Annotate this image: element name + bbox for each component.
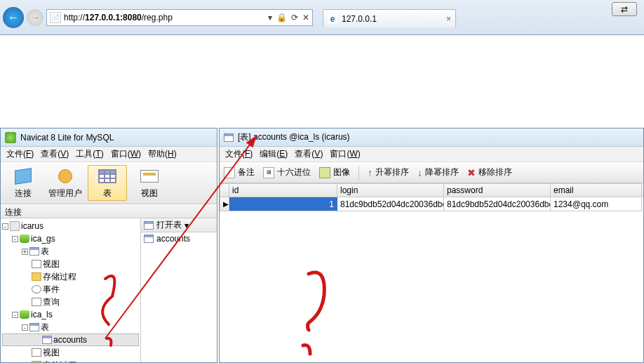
browser-tab[interactable]: e 127.0.0.1 × (323, 9, 456, 27)
tmenu-edit[interactable]: 编辑(E) (257, 147, 290, 161)
tt-image[interactable]: 图像 (319, 166, 350, 178)
tree-server[interactable]: -icarus (2, 220, 139, 232)
grid-header: id login password email (220, 183, 643, 197)
table-toolbar: 备注 ⊞十六进位 图像 ↑升幂排序 ↓降幂排序 ✖移除排序 (220, 162, 643, 183)
table-window-title: [表] accounts @ica_ls (icarus) (238, 131, 350, 143)
open-table-icon (144, 221, 154, 230)
navicat-icon (5, 132, 16, 143)
tmenu-file[interactable]: 文件(F) (222, 147, 255, 161)
open-table-dropdown-icon[interactable]: ▾ (185, 220, 189, 230)
url-text: http://127.0.0.1:8080/reg.php (64, 13, 265, 22)
tree-node-procs[interactable]: 存储过程 (2, 270, 139, 283)
navicat-titlebar[interactable]: Navicat 8 Lite for MySQL (1, 128, 217, 147)
tree-db-ica-gs[interactable]: -ica_gs (2, 232, 139, 245)
tree-node-events[interactable]: 事件 (2, 283, 139, 296)
tab-close-icon[interactable]: × (446, 14, 451, 24)
menu-tools[interactable]: 工具(T) (73, 147, 106, 161)
tree-node-procs-2[interactable]: 存储过程 (2, 359, 139, 362)
tree-node-tables[interactable]: +表 (2, 245, 139, 258)
cell-email[interactable]: 1234@qq.com (551, 197, 642, 211)
sort-desc-icon: ↓ (417, 167, 422, 178)
tb-table[interactable]: 表 (88, 165, 127, 201)
address-bar[interactable]: 📄 http://127.0.0.1:8080/reg.php ▾ 🔒 ⟳ ✕ (46, 9, 313, 26)
table-window: [表] accounts @ica_ls (icarus) 文件(F) 编辑(E… (219, 128, 644, 363)
menu-help[interactable]: 帮助(H) (145, 147, 180, 161)
table-window-icon (224, 133, 234, 142)
tree-db-ica-ls[interactable]: -ica_ls (2, 308, 139, 321)
navicat-window: Navicat 8 Lite for MySQL 文件(F) 查看(V) 工具(… (0, 128, 217, 363)
menu-window[interactable]: 窗口(W) (108, 147, 144, 161)
tree-node-queries[interactable]: 查询 (2, 296, 139, 308)
tab-title: 127.0.0.1 (342, 14, 377, 24)
menu-view[interactable]: 查看(V) (38, 147, 72, 161)
tree-node-views-2[interactable]: 视图 (2, 346, 139, 359)
tt-memo[interactable]: 备注 (224, 166, 255, 178)
navicat-menubar: 文件(F) 查看(V) 工具(T) 窗口(W) 帮助(H) (1, 147, 217, 162)
navicat-title: Navicat 8 Lite for MySQL (20, 133, 114, 143)
stop-icon[interactable]: ✕ (302, 13, 309, 22)
tree-table-accounts[interactable]: accounts (2, 334, 139, 346)
tb-manage-user[interactable]: 管理用户 (46, 165, 85, 201)
table-menubar: 文件(F) 编辑(E) 查看(V) 窗口(W) (220, 147, 643, 162)
col-password[interactable]: password (444, 183, 551, 197)
tmenu-window[interactable]: 窗口(W) (327, 147, 363, 161)
table-titlebar[interactable]: [表] accounts @ica_ls (icarus) (220, 128, 643, 147)
tt-sort-asc[interactable]: ↑升幂排序 (368, 166, 409, 178)
cell-password[interactable]: 81dc9bdb52d04dc20036dbd83 (444, 197, 551, 211)
browser-chrome: ⇄ ← → 📄 http://127.0.0.1:8080/reg.php ▾ … (0, 0, 644, 35)
page-icon: 📄 (50, 12, 61, 23)
col-email[interactable]: email (551, 183, 642, 197)
col-id[interactable]: id (229, 183, 337, 197)
cell-login[interactable]: 81dc9bdb52d04dc20036dbd83 (337, 197, 444, 211)
open-table-button[interactable]: 打开表 (156, 219, 182, 231)
ie-icon: e (328, 14, 337, 24)
navicat-toolbar: 连接 管理用户 表 视图 (1, 162, 217, 204)
cell-id[interactable]: 1 (229, 197, 337, 211)
grid-row[interactable]: ▶ 1 81dc9bdb52d04dc20036dbd83 81dc9bdb52… (220, 197, 643, 211)
tb-view[interactable]: 视图 (130, 165, 169, 201)
swap-button[interactable]: ⇄ (612, 2, 637, 16)
menu-file[interactable]: 文件(F) (4, 147, 36, 161)
tree-node-tables-2[interactable]: -表 (2, 321, 139, 334)
tt-hex[interactable]: ⊞十六进位 (263, 166, 311, 178)
sort-asc-icon: ↑ (368, 167, 373, 178)
sort-del-icon: ✖ (467, 167, 476, 178)
col-login[interactable]: login (337, 183, 444, 197)
row-indicator-icon: ▶ (220, 197, 229, 211)
connection-pane-label: 连接 (1, 204, 217, 218)
url-dropdown-icon[interactable]: ▾ (268, 13, 272, 22)
tmenu-view[interactable]: 查看(V) (292, 147, 326, 161)
nav-forward-button[interactable]: → (27, 9, 43, 26)
nav-back-button[interactable]: ← (3, 7, 24, 28)
object-list-pane: 打开表 ▾ accounts (141, 218, 217, 362)
tree-node-views[interactable]: 视图 (2, 258, 139, 270)
tt-sort-remove[interactable]: ✖移除排序 (467, 166, 512, 178)
object-item-accounts[interactable]: accounts (141, 232, 217, 245)
refresh-icon[interactable]: ⟳ (291, 13, 298, 22)
data-grid[interactable]: id login password email ▶ 1 81dc9bdb52d0… (220, 183, 643, 211)
connection-tree[interactable]: -icarus -ica_gs +表 视图 存储过程 事件 查询 -ica_ls… (1, 218, 141, 362)
tb-connection[interactable]: 连接 (4, 165, 43, 201)
tt-sort-desc[interactable]: ↓降幂排序 (417, 166, 459, 178)
lock-icon: 🔒 (276, 13, 287, 22)
